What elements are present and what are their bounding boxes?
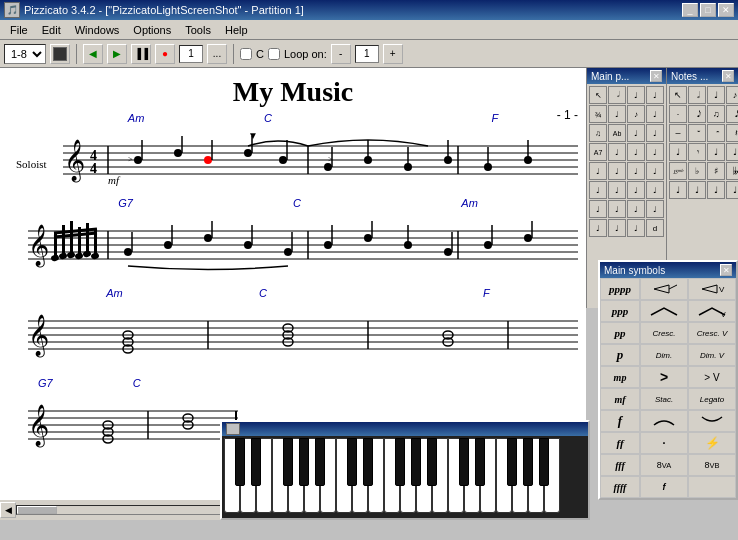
notes-cell-12[interactable]: 𝄽 — [726, 124, 738, 142]
sym-mf-2[interactable]: Legato — [688, 388, 736, 410]
rewind-button[interactable]: ◀ — [83, 44, 103, 64]
main-cell-17[interactable]: ♩ — [589, 162, 607, 180]
main-cell-27[interactable]: ♩ — [627, 200, 645, 218]
main-cell-15[interactable]: ♩ — [627, 143, 645, 161]
menu-edit[interactable]: Edit — [36, 23, 67, 37]
main-cell-22[interactable]: ♩ — [608, 181, 626, 199]
sym-p-1[interactable]: Dim. — [640, 344, 688, 366]
black-key-15[interactable] — [539, 438, 549, 486]
black-key-9[interactable] — [411, 438, 421, 486]
main-cell-31[interactable]: ♩ — [627, 219, 645, 237]
main-cell-21[interactable]: ♩ — [589, 181, 607, 199]
sym-ppp-2[interactable]: V — [688, 300, 736, 322]
black-key-13[interactable] — [507, 438, 517, 486]
main-cell-28[interactable]: ♩ — [646, 200, 664, 218]
menu-windows[interactable]: Windows — [69, 23, 126, 37]
loop-input[interactable] — [355, 45, 379, 63]
notes-cell-1[interactable]: ↖ — [669, 86, 687, 104]
black-key-2[interactable] — [251, 438, 261, 486]
main-cell-13[interactable]: A7 — [589, 143, 607, 161]
menu-tools[interactable]: Tools — [179, 23, 217, 37]
notes-cell-17[interactable]: 𝄹 — [669, 162, 687, 180]
main-cell-29[interactable]: ♩ — [589, 219, 607, 237]
main-cell-4[interactable]: ♩ — [646, 86, 664, 104]
notes-cell-11[interactable]: 𝄼 — [707, 124, 725, 142]
sym-ffff-1[interactable]: f — [640, 476, 688, 498]
sym-ff-2[interactable]: ⚡ — [688, 432, 736, 454]
notes-cell-18[interactable]: ♭ — [688, 162, 706, 180]
main-cell-3[interactable]: ♩ — [627, 86, 645, 104]
main-cell-1[interactable]: ↖ — [589, 86, 607, 104]
notes-cell-10[interactable]: 𝄻 — [688, 124, 706, 142]
notes-cell-8[interactable]: 𝅘𝅥𝅯 — [726, 105, 738, 123]
main-cell-14[interactable]: ♩ — [608, 143, 626, 161]
notes-cell-13[interactable]: ♩ — [669, 143, 687, 161]
play-button[interactable]: ▶ — [107, 44, 127, 64]
position-input[interactable] — [179, 45, 203, 63]
maximize-button[interactable]: □ — [700, 3, 716, 17]
black-key-4[interactable] — [299, 438, 309, 486]
sym-mp-1[interactable]: > — [640, 366, 688, 388]
main-cell-25[interactable]: ♩ — [589, 200, 607, 218]
symbols-panel-close[interactable]: ✕ — [720, 264, 732, 276]
sym-p-2[interactable]: Dim. V — [688, 344, 736, 366]
notes-panel-close[interactable]: ✕ — [722, 70, 734, 82]
notes-cell-22[interactable]: ♩ — [688, 181, 706, 199]
notes-cell-7[interactable]: ♫ — [707, 105, 725, 123]
sym-ff-1[interactable]: · — [640, 432, 688, 454]
main-cell-19[interactable]: ♩ — [627, 162, 645, 180]
black-key-10[interactable] — [427, 438, 437, 486]
sym-ffff-2[interactable] — [688, 476, 736, 498]
main-cell-18[interactable]: ♩ — [608, 162, 626, 180]
sym-pppp-2[interactable]: V — [688, 278, 736, 300]
black-key-6[interactable] — [347, 438, 357, 486]
black-key-5[interactable] — [315, 438, 325, 486]
black-key-12[interactable] — [475, 438, 485, 486]
notes-cell-24[interactable]: ♩ — [726, 181, 738, 199]
notes-cell-23[interactable]: ♩ — [707, 181, 725, 199]
notes-cell-5[interactable]: · — [669, 105, 687, 123]
scroll-left-button[interactable]: ◀ — [0, 502, 16, 518]
notes-cell-21[interactable]: ♩ — [669, 181, 687, 199]
close-button[interactable]: ✕ — [718, 3, 734, 17]
notes-cell-15[interactable]: ♩ — [707, 143, 725, 161]
main-cell-32[interactable]: d — [646, 219, 664, 237]
sym-fff-1[interactable]: 8VA — [640, 454, 688, 476]
sym-pppp-1[interactable] — [640, 278, 688, 300]
notes-cell-6[interactable]: 𝅘𝅥𝅮 — [688, 105, 706, 123]
notes-cell-19[interactable]: ♯ — [707, 162, 725, 180]
main-cell-26[interactable]: ♩ — [608, 200, 626, 218]
c-checkbox[interactable] — [240, 48, 252, 60]
sym-f-2[interactable] — [688, 410, 736, 432]
sym-f-1[interactable] — [640, 410, 688, 432]
menu-file[interactable]: File — [4, 23, 34, 37]
zoom-select[interactable]: 1-8 — [4, 44, 46, 64]
sym-pp-2[interactable]: Cresc. V — [688, 322, 736, 344]
main-cell-24[interactable]: ♩ — [646, 181, 664, 199]
main-cell-8[interactable]: ♩ — [646, 105, 664, 123]
sub-button[interactable]: - — [331, 44, 351, 64]
main-panel-close[interactable]: ✕ — [650, 70, 662, 82]
notes-cell-4[interactable]: ♪ — [726, 86, 738, 104]
record-button[interactable]: ● — [155, 44, 175, 64]
black-key-14[interactable] — [523, 438, 533, 486]
sym-ppp-1[interactable] — [640, 300, 688, 322]
notes-cell-3[interactable]: ♩ — [707, 86, 725, 104]
main-cell-5[interactable]: ¾ — [589, 105, 607, 123]
add-button[interactable]: + — [383, 44, 403, 64]
black-key-3[interactable] — [283, 438, 293, 486]
main-cell-16[interactable]: ♩ — [646, 143, 664, 161]
notes-cell-20[interactable]: 𝄫 — [726, 162, 738, 180]
main-cell-30[interactable]: ♩ — [608, 219, 626, 237]
notes-cell-14[interactable]: 𝄾 — [688, 143, 706, 161]
menu-help[interactable]: Help — [219, 23, 254, 37]
sym-fff-2[interactable]: 8VB — [688, 454, 736, 476]
main-cell-12[interactable]: ♩ — [646, 124, 664, 142]
main-cell-23[interactable]: ♩ — [627, 181, 645, 199]
main-cell-9[interactable]: ♫ — [589, 124, 607, 142]
sym-pp-1[interactable]: Cresc. — [640, 322, 688, 344]
minimize-button[interactable]: _ — [682, 3, 698, 17]
menu-options[interactable]: Options — [127, 23, 177, 37]
scroll-thumb[interactable] — [17, 506, 57, 514]
main-cell-10[interactable]: Ab — [608, 124, 626, 142]
